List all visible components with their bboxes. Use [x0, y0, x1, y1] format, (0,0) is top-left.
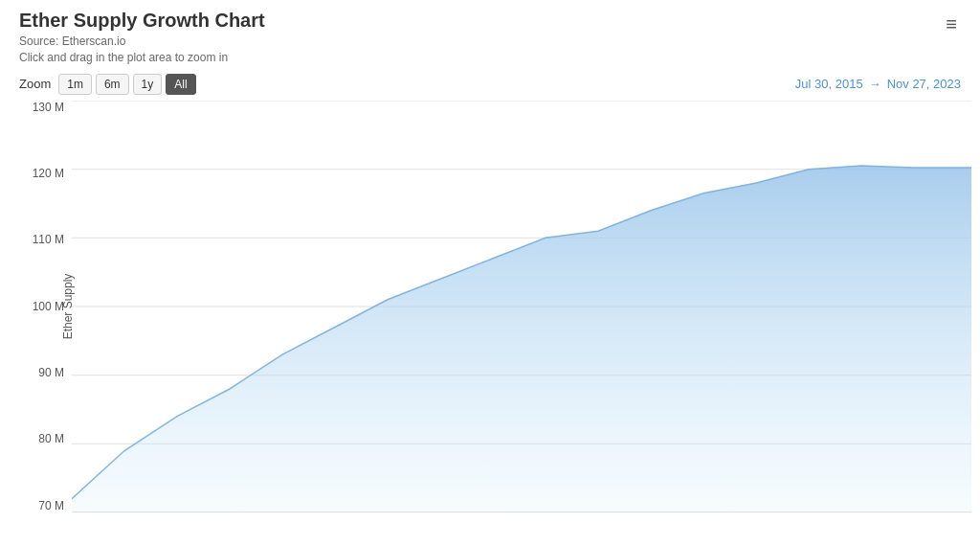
zoom-all-button[interactable]: All: [166, 74, 195, 95]
zoom-label: Zoom: [19, 77, 51, 91]
y-tick-120m: 120 M: [33, 167, 64, 180]
menu-icon[interactable]: ≡: [942, 10, 961, 39]
y-tick-70m: 70 M: [38, 499, 64, 512]
zoom-1y-button[interactable]: 1y: [133, 74, 163, 95]
controls-row: Zoom 1m 6m 1y All Jul 30, 2015 → Nov 27,…: [19, 74, 961, 95]
source-line2: Click and drag in the plot area to zoom …: [19, 51, 228, 64]
y-tick-130m: 130 M: [33, 101, 64, 114]
title-block: Ether Supply Growth Chart Source: Ethers…: [19, 10, 265, 66]
chart-title: Ether Supply Growth Chart: [19, 10, 265, 32]
date-arrow: →: [869, 77, 881, 91]
y-tick-110m: 110 M: [33, 233, 64, 246]
date-range: Jul 30, 2015 → Nov 27, 2023: [795, 77, 961, 91]
y-tick-80m: 80 M: [38, 432, 64, 445]
y-tick-100m: 100 M: [33, 300, 64, 313]
zoom-controls: Zoom 1m 6m 1y All: [19, 74, 196, 95]
zoom-1m-button[interactable]: 1m: [58, 74, 92, 95]
source-text: Source: Etherscan.io Click and drag in t…: [19, 34, 265, 66]
y-tick-90m: 90 M: [38, 366, 64, 379]
chart-container: Ether Supply Growth Chart Source: Ethers…: [0, 0, 980, 546]
header: Ether Supply Growth Chart Source: Ethers…: [19, 10, 961, 66]
source-line1: Source: Etherscan.io: [19, 34, 125, 48]
y-axis-title: Ether Supply: [61, 273, 75, 339]
date-start: Jul 30, 2015: [795, 77, 863, 91]
chart-svg[interactable]: 2016 2017 2018 2019 2020 2021 2022 2023: [72, 101, 971, 512]
zoom-6m-button[interactable]: 6m: [96, 74, 129, 95]
chart-area: [72, 166, 971, 512]
date-end: Nov 27, 2023: [887, 77, 961, 91]
